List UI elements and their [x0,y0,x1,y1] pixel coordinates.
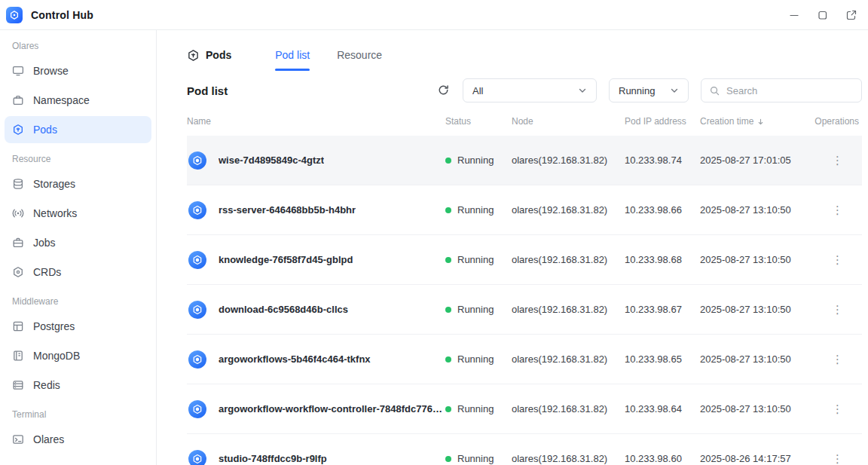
kebab-menu-icon[interactable]: ⋮ [832,154,844,167]
browse-icon [12,65,24,77]
sidebar-item-pods[interactable]: Pods [5,116,151,143]
pod-creation-time: 2025-08-27 13:10:50 [700,403,809,415]
sidebar-item-crds[interactable]: CRDs [5,259,151,286]
pod-status: Running [445,403,512,415]
kebab-menu-icon[interactable]: ⋮ [832,203,844,216]
column-header-pod-ip[interactable]: Pod IP address [625,116,700,127]
sidebar-item-terminal-olares[interactable]: Olares [5,426,151,453]
search-input[interactable] [726,85,854,96]
section-label: Resource [5,154,151,164]
sort-desc-icon[interactable] [756,118,765,126]
section-label: Middleware [5,296,151,307]
pod-status-text: Running [457,403,494,415]
app-window: Control Hub Olares Browse [0,0,868,465]
sidebar-section-terminal: Terminal Olares [5,409,151,453]
status-filter-dropdown[interactable]: Running [609,78,689,102]
open-external-icon[interactable] [845,9,857,21]
pod-icon [188,201,206,219]
kebab-menu-icon[interactable]: ⋮ [832,402,844,415]
pod-name-cell: argoworkflow-workflow-controller-7848fdc… [187,400,445,418]
table-row[interactable]: knowledge-76f58f7d45-gblpd Running olare… [187,235,862,285]
search-box[interactable] [701,78,862,102]
sidebar-item-storages[interactable]: Storages [5,170,151,197]
titlebar-left: Control Hub [6,7,93,23]
chevron-down-icon [578,86,587,95]
namespace-filter-value: All [472,85,483,96]
network-icon [12,207,24,219]
tab-pod-list[interactable]: Pod list [275,49,310,61]
pod-node: olares(192.168.31.82) [512,453,625,464]
column-header-label: Creation time [700,116,753,127]
table-row[interactable]: argoworkflows-5b46f4c464-tkfnx Running o… [187,335,862,384]
pod-operations: ⋮ [809,353,862,366]
sidebar-item-redis[interactable]: Redis [5,372,151,399]
titlebar: Control Hub [0,0,868,30]
pod-status-text: Running [457,353,494,365]
sidebar-item-label: Pods [33,124,57,136]
kebab-menu-icon[interactable]: ⋮ [832,452,844,465]
pod-name-cell: wise-7d4895849c-4gtzt [187,151,445,170]
pod-name: download-6c9568d46b-cllcs [219,304,348,315]
refresh-button[interactable] [437,84,451,97]
status-running-dot [445,257,451,263]
pod-name: argoworkflows-5b46f4c464-tkfnx [219,353,371,365]
status-filter-value: Running [619,85,655,96]
pod-status: Running [445,353,512,365]
sidebar-item-label: CRDs [33,266,61,278]
page-header: Pods Pod list Resource [187,30,862,68]
redis-icon [12,379,24,391]
sidebar-item-namespace[interactable]: Namespace [5,87,151,114]
pod-operations: ⋮ [809,403,862,415]
sidebar-item-networks[interactable]: Networks [5,200,151,227]
pod-icon [188,450,206,465]
table-row[interactable]: argoworkflow-workflow-controller-7848fdc… [187,384,862,434]
sidebar-section-resource: Resource Storages Networks Jobs CRDs [5,154,151,286]
pod-name-cell: knowledge-76f58f7d45-gblpd [187,251,445,269]
pod-ip: 10.233.98.65 [625,353,700,365]
maximize-icon[interactable] [817,9,829,21]
column-header-creation-time[interactable]: Creation time [700,116,809,127]
table-row[interactable]: wise-7d4895849c-4gtzt Running olares(192… [187,136,862,185]
column-header-operations[interactable]: Operations [809,116,862,127]
kebab-menu-icon[interactable]: ⋮ [832,303,844,316]
sidebar-item-jobs[interactable]: Jobs [5,229,151,256]
sidebar-item-postgres[interactable]: Postgres [5,313,151,340]
table-row[interactable]: studio-748ffdcc9b-r9lfp Running olares(1… [187,434,862,465]
sidebar-item-label: Storages [33,178,75,190]
section-label: Olares [5,41,151,51]
pod-operations: ⋮ [809,254,862,266]
column-header-status[interactable]: Status [445,116,512,127]
table-row[interactable]: rss-server-646468bb5b-h4bhr Running olar… [187,185,862,235]
kebab-menu-icon[interactable]: ⋮ [832,353,844,366]
tabs: Pod list Resource [275,49,382,61]
tab-resource[interactable]: Resource [337,49,382,61]
pod-creation-time: 2025-08-27 17:01:05 [700,154,809,166]
pod-name-cell: studio-748ffdcc9b-r9lfp [187,450,445,465]
namespace-filter-dropdown[interactable]: All [463,78,597,102]
sidebar-item-browse[interactable]: Browse [5,57,151,84]
pod-name: knowledge-76f58f7d45-gblpd [219,254,353,265]
postgres-icon [12,320,24,332]
column-header-node[interactable]: Node [512,116,625,127]
search-icon [709,85,720,96]
pod-status-text: Running [457,304,494,315]
mongodb-icon [12,350,24,362]
jobs-icon [12,237,24,249]
minimize-icon[interactable] [788,9,800,21]
sidebar-item-mongodb[interactable]: MongoDB [5,342,151,369]
column-header-name[interactable]: Name [187,116,445,127]
pod-operations: ⋮ [809,304,862,316]
pod-status-text: Running [457,154,494,166]
sidebar-item-label: Browse [33,65,69,77]
table-row[interactable]: download-6c9568d46b-cllcs Running olares… [187,285,862,335]
pod-status: Running [445,304,512,315]
kebab-menu-icon[interactable]: ⋮ [832,253,844,266]
pods-icon [187,49,200,62]
pod-status-text: Running [457,204,494,216]
app-title: Control Hub [31,9,93,21]
pod-icon [188,301,206,319]
pod-icon [188,400,206,418]
pods-icon [12,124,24,136]
toolbar: Pod list All Running [187,78,862,102]
pod-status-text: Running [457,453,494,464]
